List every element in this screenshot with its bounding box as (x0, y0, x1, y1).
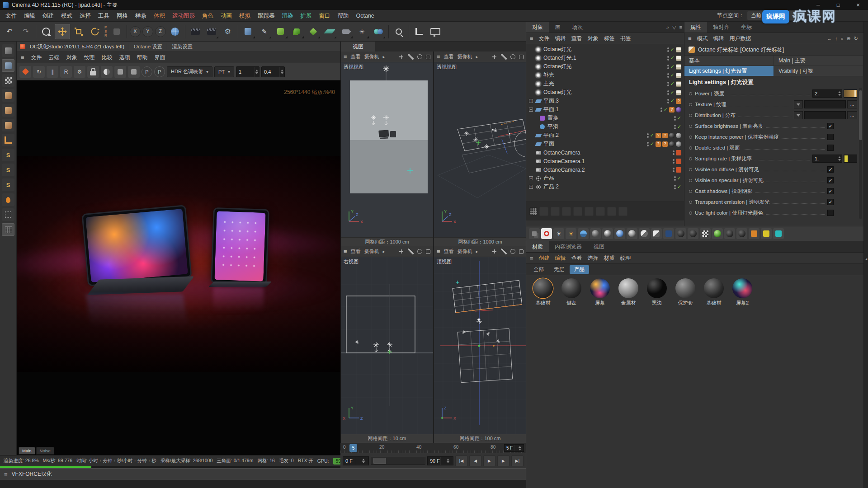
mat-menu-create[interactable]: 创建 (539, 254, 550, 262)
hamburger-icon[interactable]: ≡ (344, 54, 347, 60)
add-camera-button[interactable] (338, 24, 354, 39)
viewport-solo-hierarchy-icon[interactable]: S (2, 178, 14, 191)
object-row[interactable]: OctaneCamera.2 (526, 165, 684, 174)
interface-ruler-button[interactable] (411, 24, 427, 39)
viewport-camera-menu[interactable]: 摄像机 (458, 53, 472, 60)
glossy-material-icon[interactable] (602, 228, 613, 239)
scatter-icon[interactable] (712, 228, 723, 239)
universal-material-icon[interactable] (675, 228, 686, 239)
restart-render-button[interactable]: ↻ (33, 66, 45, 78)
viewport-tab[interactable]: 视图 (341, 42, 375, 52)
viewport-rotate-icon[interactable] (510, 54, 515, 59)
enable-check-icon[interactable]: ✓ (677, 184, 681, 189)
visibility-dots[interactable] (674, 125, 676, 129)
animation-dot[interactable] (689, 179, 692, 182)
double-sided-checkbox[interactable] (827, 145, 834, 151)
expand-toggle[interactable]: + (529, 99, 533, 103)
timeline-scrollbar-thumb[interactable] (373, 458, 386, 464)
octane-light-tag-icon[interactable] (676, 56, 681, 61)
timeline-ruler[interactable]: 0 20 40 60 80 5 5 F (340, 443, 526, 453)
add-subdivision-surface-button[interactable] (273, 24, 288, 39)
texture-browse-button[interactable]: ... (847, 100, 857, 108)
visibility-dots[interactable] (647, 133, 649, 138)
material-item[interactable]: 屏幕2 (730, 278, 755, 306)
hamburger-icon[interactable]: ≡ (21, 55, 24, 61)
visibility-dots[interactable] (674, 176, 676, 181)
pause-render-button[interactable]: ∥ (47, 66, 58, 78)
visibility-dots[interactable] (667, 90, 669, 95)
menu-extensions[interactable]: 扩展 (297, 10, 316, 22)
surface-brightness-checkbox[interactable]: ✓ (827, 123, 834, 129)
viewport-top-view[interactable]: Z X 顶视图 网格间距：100 cm (434, 257, 526, 443)
hamburger-icon[interactable]: ≡ (679, 25, 682, 30)
octane-menu-interface[interactable]: 界面 (155, 54, 165, 61)
octane-light-tag-icon[interactable] (676, 64, 681, 70)
rotate-tool[interactable] (87, 24, 103, 39)
menu-character[interactable]: 角色 (198, 10, 217, 22)
animation-dot[interactable] (689, 136, 692, 139)
channel-button-2[interactable] (128, 66, 140, 78)
redo-button[interactable]: ↷ (18, 24, 33, 39)
visibility-dots[interactable] (673, 150, 675, 155)
visibility-dots[interactable] (667, 56, 669, 61)
polygon-mode-icon[interactable] (2, 119, 14, 131)
animation-dot[interactable] (689, 201, 692, 204)
object-row[interactable]: +平面.3✓? (526, 97, 684, 105)
object-row[interactable]: 平滑✓ (526, 122, 684, 131)
viewport-rotate-icon[interactable] (417, 54, 422, 59)
section-tab-light-settings[interactable]: Light settings | 灯光设置 (684, 66, 774, 76)
visible-on-diffuse-checkbox[interactable]: ✓ (827, 166, 834, 173)
visible-on-specular-checkbox[interactable]: ✓ (827, 177, 834, 183)
object-row[interactable]: 平面✓?? (526, 140, 684, 148)
octane-camera-tag-icon[interactable] (676, 150, 681, 155)
object-row[interactable]: 置换✓ (526, 114, 684, 122)
tab-coordinates[interactable]: 坐标 (735, 22, 758, 33)
mat-menu-select[interactable]: 选择 (588, 254, 599, 262)
move-tool[interactable] (55, 24, 70, 39)
viewport-zoom-icon[interactable] (408, 249, 414, 254)
portal-material-icon[interactable] (663, 228, 674, 239)
panel-collapse-icon[interactable]: ◂ (864, 257, 868, 261)
material-item[interactable]: 保护套 (673, 278, 698, 306)
octane-settings-tab[interactable]: Octane 设置 (129, 43, 162, 50)
octane-menu-file[interactable]: 文件 (31, 54, 42, 61)
pick-focus-button[interactable]: P (142, 66, 152, 77)
visibility-dots[interactable] (674, 116, 676, 121)
axis-mode-icon[interactable] (2, 134, 14, 146)
menu-tools[interactable]: 工具 (94, 10, 113, 22)
ap-menu-edit[interactable]: 编辑 (713, 35, 724, 42)
om-menu-edit[interactable]: 编辑 (555, 35, 566, 42)
node-editor-icon[interactable] (529, 228, 540, 239)
render-settings-button[interactable]: ⚙ (220, 24, 236, 39)
object-row[interactable]: −平面.1✓? (526, 105, 684, 114)
animation-dot[interactable] (689, 125, 692, 128)
enable-check-icon[interactable]: ✓ (650, 141, 654, 146)
enable-check-icon[interactable]: ✓ (677, 124, 681, 129)
section-tab-basic[interactable]: 基本 (684, 56, 774, 66)
section-tab-visibility[interactable]: Visibility | 可视 (774, 66, 863, 76)
go-to-end-button[interactable]: ▶| (511, 455, 524, 466)
make-editable-icon[interactable] (2, 44, 14, 57)
object-row[interactable]: +产品✓ (526, 174, 684, 183)
close-button[interactable]: ✕ (848, 0, 868, 10)
octane-menu-options[interactable]: 选项 (119, 54, 130, 61)
timeline-scrollbar[interactable] (371, 457, 425, 465)
compositing-tag-icon[interactable]: ? (676, 99, 681, 104)
object-row[interactable]: OctaneCamera.1 (526, 157, 684, 165)
enable-check-icon[interactable]: ✓ (670, 73, 675, 78)
object-row[interactable]: Octane灯光✓ (526, 45, 684, 54)
om-menu-file[interactable]: 文件 (539, 35, 550, 42)
spinner[interactable] (837, 90, 842, 97)
metallic-material-icon[interactable] (627, 228, 637, 239)
tab-align[interactable]: 轴对齐 (707, 22, 735, 33)
material-item[interactable]: 黑边 (644, 278, 670, 306)
compositing-tag-icon[interactable]: ? (662, 133, 668, 138)
material-item[interactable]: 基础材 (701, 278, 726, 306)
layer-tab-product[interactable]: 产品 (570, 265, 589, 274)
enable-check-icon[interactable]: ✓ (670, 47, 675, 52)
compositing-tag-icon[interactable]: ? (669, 107, 675, 113)
menu-octane[interactable]: Octane (353, 10, 378, 22)
pass-tab-noise[interactable]: Noise (36, 447, 54, 455)
start-render-button[interactable] (19, 66, 31, 78)
octane-menu-help[interactable]: 帮助 (137, 54, 148, 61)
